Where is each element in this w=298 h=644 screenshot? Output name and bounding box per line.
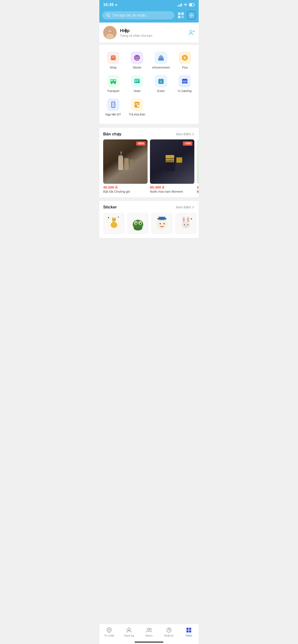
- svg-text:$: $: [184, 56, 186, 60]
- sticker-chevron-right-icon: [192, 206, 195, 209]
- fiza-label: Fiza: [182, 66, 188, 69]
- shop-label: Shop: [110, 66, 117, 69]
- status-time: 16:39 ➤: [103, 2, 117, 7]
- svg-text:✦: ✦: [117, 216, 119, 218]
- sticker-giraffe[interactable]: ✦ ✦: [103, 212, 125, 234]
- product-price-perfume: 85.400 đ: [150, 185, 194, 189]
- divider-2: [99, 124, 199, 126]
- svg-point-100: [135, 223, 137, 224]
- avatar[interactable]: [103, 26, 117, 39]
- profile-icon[interactable]: [188, 29, 195, 36]
- svg-point-21: [109, 30, 109, 31]
- product-name-perfume: Nước hoa nam Moment: [150, 190, 194, 193]
- product-price-lighter: 40.000 đ: [103, 185, 147, 189]
- svg-point-90: [112, 217, 113, 219]
- svg-rect-50: [136, 81, 138, 82]
- hotel-icon-wrap: [131, 75, 143, 88]
- svg-rect-59: [112, 102, 114, 106]
- svg-marker-34: [158, 55, 164, 57]
- qr-icon: [178, 12, 184, 18]
- svg-point-122: [187, 224, 188, 225]
- service-hotel[interactable]: Hotel: [125, 73, 149, 96]
- svg-rect-49: [135, 81, 136, 82]
- svg-rect-32: [161, 57, 162, 60]
- search-input-area[interactable]: Tìm bạn bè, tin nhắn...: [102, 11, 174, 20]
- sticker-rabbit[interactable]: ✦: [175, 212, 197, 234]
- service-fiza[interactable]: $ Fiza: [173, 50, 197, 73]
- product-toothbrush[interactable]: 竹炭 SI 3.500 đ Bàn Chải Đ: [197, 140, 199, 193]
- search-bar-icons: [177, 11, 196, 20]
- banchay-more-button[interactable]: Xem thêm: [176, 132, 195, 136]
- profile-info: Hiệp Trang cá nhân của bạn: [120, 28, 152, 38]
- svg-rect-52: [160, 78, 160, 80]
- signal-bars: [178, 3, 182, 6]
- sticker-more-button[interactable]: Xem thêm: [176, 205, 195, 209]
- svg-point-117: [183, 217, 185, 222]
- svg-line-112: [158, 216, 159, 217]
- divider-3: [99, 197, 199, 199]
- svg-point-23: [190, 30, 192, 33]
- svg-point-102: [137, 225, 138, 226]
- product-price-toothbrush: 3.500 đ: [197, 185, 199, 189]
- services-grid: Shop Sticker: [99, 50, 199, 120]
- svg-point-110: [164, 223, 165, 224]
- svg-rect-33: [162, 57, 163, 60]
- svg-rect-10: [179, 16, 180, 18]
- search-icon: [106, 13, 110, 18]
- sticker-icon-wrap: [131, 52, 143, 64]
- service-transport[interactable]: Transport: [101, 73, 125, 96]
- product-lighter[interactable]: -60% 40.000 đ Bật lửa Chuông gió: [103, 140, 147, 193]
- svg-rect-47: [136, 80, 138, 80]
- status-bar: 16:39 ➤: [99, 0, 199, 9]
- naptien-label: Nạp tiền ĐT: [105, 113, 121, 116]
- chevron-right-icon: [192, 132, 195, 136]
- svg-point-103: [138, 225, 139, 226]
- sticker-header: Sticker Xem thêm: [99, 205, 199, 212]
- fiza-icon-wrap: $: [179, 52, 191, 64]
- service-sticker[interactable]: Sticker: [125, 50, 149, 73]
- sticker-clown[interactable]: [151, 212, 173, 234]
- search-bar: Tìm bạn bè, tin nhắn...: [99, 9, 199, 22]
- svg-rect-48: [138, 80, 139, 80]
- svg-point-101: [140, 223, 141, 224]
- person-add-icon: [188, 29, 195, 36]
- profile-subtitle: Trang cá nhân của bạn: [120, 34, 152, 38]
- svg-point-121: [184, 224, 185, 225]
- location-icon: ➤: [115, 3, 117, 7]
- svg-rect-41: [111, 80, 113, 81]
- svg-text:Pay: Pay: [183, 82, 186, 84]
- svg-text:$: $: [138, 105, 139, 107]
- profile-left: Hiệp Trang cá nhân của bạn: [103, 26, 152, 39]
- sticker-frog[interactable]: [127, 212, 149, 234]
- svg-point-109: [160, 223, 161, 224]
- settings-button[interactable]: [187, 11, 196, 20]
- product-name-lighter: Bật lửa Chuông gió: [103, 190, 147, 193]
- svg-point-60: [113, 106, 113, 107]
- service-egovernment[interactable]: eGovernment: [149, 50, 173, 73]
- egovt-icon-wrap: [155, 52, 167, 64]
- service-naptien[interactable]: Nạp tiền ĐT: [101, 96, 125, 120]
- sticker-label: Sticker: [133, 66, 141, 69]
- svg-rect-63: [135, 104, 138, 105]
- qr-button[interactable]: [177, 11, 185, 20]
- sticker-section-title: Sticker: [103, 205, 117, 210]
- svg-rect-106: [159, 217, 165, 219]
- product-perfume[interactable]: BECKONING MOMENT -74% 85.400 đ Nước hoa …: [150, 140, 194, 193]
- svg-rect-2: [190, 4, 192, 6]
- service-event[interactable]: Event: [149, 73, 173, 96]
- svg-rect-31: [159, 57, 160, 60]
- gear-icon: [189, 13, 194, 18]
- service-zalopay[interactable]: Zalo Pay Ví ZaloPay: [173, 73, 197, 96]
- profile-section[interactable]: Hiệp Trang cá nhân của bạn: [99, 22, 199, 43]
- svg-rect-42: [114, 80, 116, 81]
- service-shop[interactable]: Shop: [101, 50, 125, 73]
- shop-icon: [107, 52, 119, 64]
- svg-rect-35: [158, 60, 164, 60]
- svg-point-29: [137, 57, 138, 58]
- service-trahoadon[interactable]: $ Trả Hóa Đơn: [125, 96, 149, 120]
- svg-rect-26: [111, 56, 116, 60]
- svg-point-95: [134, 226, 142, 230]
- svg-point-16: [191, 14, 192, 16]
- svg-point-88: [113, 219, 113, 220]
- banchay-title: Bán chạy: [103, 132, 121, 136]
